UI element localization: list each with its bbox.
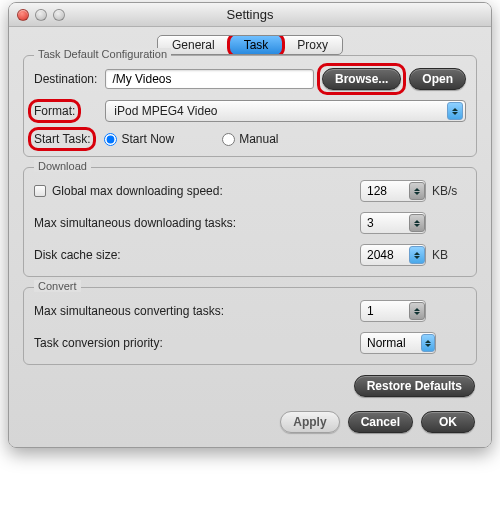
radio-manual[interactable]: Manual <box>222 132 278 146</box>
tab-label: Proxy <box>297 38 328 52</box>
select-value: iPod MPEG4 Video <box>114 104 217 118</box>
button-label: Cancel <box>361 415 400 429</box>
stepper-icon <box>409 246 425 264</box>
button-label: Open <box>422 72 453 86</box>
max-dl-tasks-label: Max simultaneous downloading tasks: <box>34 216 236 230</box>
close-icon[interactable] <box>17 9 29 21</box>
apply-button[interactable]: Apply <box>280 411 339 433</box>
checkbox-icon <box>34 185 46 197</box>
tab-label: General <box>172 38 215 52</box>
start-task-label: Start Task: <box>34 132 90 146</box>
max-conv-tasks-stepper[interactable] <box>360 300 426 322</box>
radio-label: Start Now <box>121 132 174 146</box>
stepper-input[interactable] <box>361 216 409 230</box>
titlebar: Settings <box>9 3 491 27</box>
priority-label: Task conversion priority: <box>34 336 163 350</box>
group-legend: Download <box>34 160 91 172</box>
stepper-icon <box>409 182 425 200</box>
radio-start-now[interactable]: Start Now <box>104 132 174 146</box>
format-select[interactable]: iPod MPEG4 Video <box>105 100 466 122</box>
settings-window: Settings General Task Proxy Task Default… <box>8 2 492 448</box>
browse-button[interactable]: Browse... <box>322 68 401 90</box>
global-max-label: Global max downloading speed: <box>52 184 223 198</box>
cache-stepper[interactable] <box>360 244 426 266</box>
max-dl-tasks-stepper[interactable] <box>360 212 426 234</box>
button-label: OK <box>439 415 457 429</box>
cache-label: Disk cache size: <box>34 248 121 262</box>
destination-input[interactable] <box>105 69 314 89</box>
open-button[interactable]: Open <box>409 68 466 90</box>
group-download: Download Global max downloading speed: K… <box>23 167 477 277</box>
minimize-icon[interactable] <box>35 9 47 21</box>
max-conv-tasks-label: Max simultaneous converting tasks: <box>34 304 224 318</box>
button-label: Apply <box>293 415 326 429</box>
global-max-stepper[interactable] <box>360 180 426 202</box>
stepper-icon <box>421 334 435 352</box>
group-convert: Convert Max simultaneous converting task… <box>23 287 477 365</box>
select-value <box>361 336 421 350</box>
button-label: Restore Defaults <box>367 379 462 393</box>
stepper-icon <box>409 302 425 320</box>
unit-label: KB/s <box>432 184 466 198</box>
stepper-input[interactable] <box>361 248 409 262</box>
stepper-icon <box>447 102 463 120</box>
stepper-input[interactable] <box>361 184 409 198</box>
destination-label: Destination: <box>34 72 97 86</box>
zoom-icon[interactable] <box>53 9 65 21</box>
tab-task[interactable]: Task <box>230 36 284 54</box>
stepper-input[interactable] <box>361 304 409 318</box>
format-label: Format: <box>34 104 75 118</box>
group-legend: Task Default Configuration <box>34 48 171 60</box>
radio-input[interactable] <box>104 133 117 146</box>
priority-select[interactable] <box>360 332 436 354</box>
ok-button[interactable]: OK <box>421 411 475 433</box>
button-label: Browse... <box>335 72 388 86</box>
radio-input[interactable] <box>222 133 235 146</box>
global-max-checkbox[interactable]: Global max downloading speed: <box>34 184 223 198</box>
tab-bar: General Task Proxy <box>157 35 343 55</box>
group-legend: Convert <box>34 280 81 292</box>
tab-proxy[interactable]: Proxy <box>283 36 342 54</box>
group-task-default: Task Default Configuration Destination: … <box>23 55 477 157</box>
stepper-icon <box>409 214 425 232</box>
unit-label: KB <box>432 248 466 262</box>
radio-label: Manual <box>239 132 278 146</box>
tab-label: Task <box>244 38 269 52</box>
restore-defaults-button[interactable]: Restore Defaults <box>354 375 475 397</box>
cancel-button[interactable]: Cancel <box>348 411 413 433</box>
window-title: Settings <box>9 7 491 22</box>
